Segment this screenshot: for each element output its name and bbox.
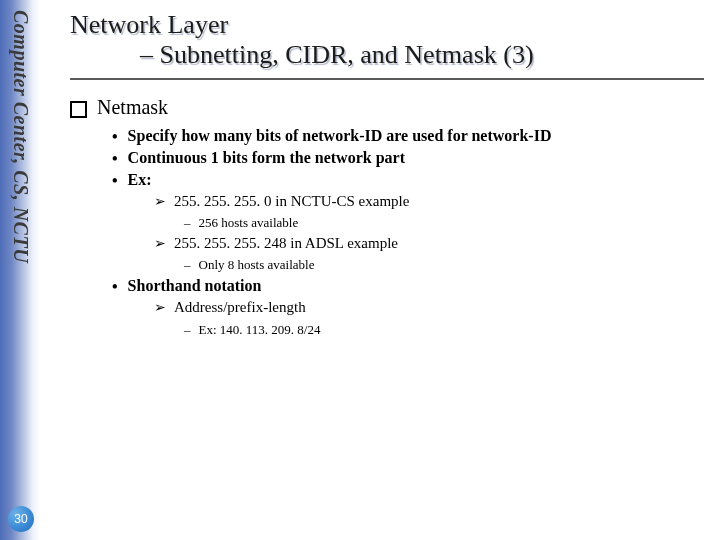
sidebar-gradient: Computer Center, CS, NCTU <box>0 0 40 540</box>
page-number-badge: 30 <box>8 506 34 532</box>
detail-list: Only 8 hosts available <box>184 257 704 273</box>
section-heading: Netmask <box>70 96 704 119</box>
title-line-2: – Subnetting, CIDR, and Netmask (3) <box>70 40 704 70</box>
list-item: Ex: 140. 113. 209. 8/24 <box>184 322 704 338</box>
slide-content: Network Layer – Subnetting, CIDR, and Ne… <box>70 10 704 341</box>
example-text: 255. 255. 255. 0 in NCTU-CS example <box>174 193 409 210</box>
list-item: Address/prefix-length <box>154 299 704 317</box>
bullet-list: Specify how many bits of network-ID are … <box>112 127 704 189</box>
bullet-text: Continuous 1 bits form the network part <box>128 149 405 167</box>
detail-list: 256 hosts available <box>184 215 704 231</box>
list-item: Specify how many bits of network-ID are … <box>112 127 704 145</box>
list-item: Continuous 1 bits form the network part <box>112 149 704 167</box>
example-list: Address/prefix-length Ex: 140. 113. 209.… <box>154 299 704 337</box>
list-item: Shorthand notation <box>112 277 704 295</box>
example-list: 255. 255. 255. 0 in NCTU-CS example 256 … <box>154 193 704 273</box>
list-item: 255. 255. 255. 248 in ADSL example <box>154 235 704 253</box>
example-text: 255. 255. 255. 248 in ADSL example <box>174 235 398 252</box>
slide-title: Network Layer – Subnetting, CIDR, and Ne… <box>70 10 704 70</box>
list-item: 255. 255. 255. 0 in NCTU-CS example <box>154 193 704 211</box>
bullet-text: Shorthand notation <box>128 277 262 295</box>
list-item: Only 8 hosts available <box>184 257 704 273</box>
title-line-1: Network Layer <box>70 10 704 40</box>
detail-text: Only 8 hosts available <box>199 257 315 273</box>
bullet-text: Specify how many bits of network-ID are … <box>128 127 552 145</box>
example-text: Address/prefix-length <box>174 299 306 316</box>
detail-text: 256 hosts available <box>199 215 299 231</box>
detail-list: Ex: 140. 113. 209. 8/24 <box>184 322 704 338</box>
bullet-text: Ex: <box>128 171 152 189</box>
sidebar-org-text: Computer Center, CS, NCTU <box>9 10 32 263</box>
section-heading-text: Netmask <box>97 96 168 119</box>
list-item: 256 hosts available <box>184 215 704 231</box>
title-underline <box>70 78 704 80</box>
list-item: Ex: <box>112 171 704 189</box>
detail-text: Ex: 140. 113. 209. 8/24 <box>199 322 321 338</box>
bullet-list: Shorthand notation <box>112 277 704 295</box>
